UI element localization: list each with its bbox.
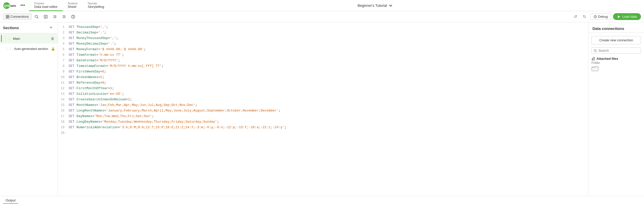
- line-code[interactable]: SET ThousandSep=',';: [69, 24, 588, 30]
- line-code[interactable]: SET DayNames='Mon;Tue;Wed;Thu;Fri;Sat;Su…: [69, 114, 588, 119]
- connections-label: Connections: [10, 15, 29, 18]
- sidebar-item-label-main: Main: [13, 37, 48, 41]
- line-number: 11: [58, 80, 69, 86]
- create-connection-button[interactable]: Create new connection: [591, 36, 641, 44]
- line-number: 4: [58, 41, 69, 47]
- search-toggle-button[interactable]: [32, 13, 41, 21]
- undo-button[interactable]: ↺: [572, 13, 579, 20]
- line-code[interactable]: SET MoneyThousandSep=',';: [69, 35, 588, 41]
- paperclip-icon: [591, 57, 595, 61]
- line-code[interactable]: SET FirstMonthOfYear=1;: [69, 86, 588, 91]
- code-line: 6SET TimeFormat='h:mm:ss TT';: [58, 52, 588, 58]
- line-code[interactable]: SET NumericalAbbreviation='3:k;6:M;9:G;1…: [69, 125, 588, 130]
- outline-button[interactable]: [42, 13, 50, 21]
- line-code[interactable]: SET MonthNames='Jan;Feb;Mar;Apr;May;Jun;…: [69, 102, 588, 108]
- line-number: 12: [58, 86, 69, 91]
- nav-more-button[interactable]: •••: [18, 2, 27, 9]
- line-number: 2: [58, 30, 69, 35]
- code-line: 7SET DateFormat='M/D/YYYY';: [58, 58, 588, 63]
- line-code[interactable]: SET FirstWeekDay=6;: [69, 69, 588, 74]
- line-code[interactable]: SET DecimalSep='.';: [69, 30, 588, 35]
- tab-prepare-sub: Data load editor: [34, 5, 58, 9]
- line-code[interactable]: SET LongMonthNames='January;February;Mar…: [69, 108, 588, 114]
- tab-narrate[interactable]: Narrate Storytelling: [83, 0, 109, 11]
- search-box-icon: [594, 49, 597, 52]
- outdent-icon: [62, 15, 66, 19]
- code-line: 16SET LongMonthNames='January;February;M…: [58, 108, 588, 114]
- tab-narrate-top: Narrate: [88, 2, 97, 5]
- line-code[interactable]: SET TimeFormat='h:mm:ss TT';: [69, 52, 588, 58]
- svg-point-24: [594, 49, 596, 51]
- line-number: 3: [58, 35, 69, 41]
- debug-label: Debug: [598, 15, 608, 18]
- svg-text:?: ?: [73, 15, 74, 18]
- code-line: 20: [58, 130, 588, 136]
- load-data-button[interactable]: Load data: [613, 13, 641, 20]
- qlik-logo: Qlik sense: [3, 2, 16, 9]
- svg-rect-3: [6, 15, 7, 16]
- line-code[interactable]: SET MoneyDecimalSep='.';: [69, 41, 588, 47]
- line-number: 15: [58, 102, 69, 108]
- sidebar-item-main[interactable]: ⋮⋮ Main 🗑: [0, 33, 58, 44]
- tab-prepare[interactable]: Prepare Data load editor: [29, 0, 63, 11]
- app-title-text: Beginner's Tutorial: [358, 4, 387, 8]
- line-code[interactable]: SET ReferenceDay=0;: [69, 80, 588, 86]
- svg-text:sense: sense: [10, 4, 16, 8]
- code-editor[interactable]: 1SET ThousandSep=',';2SET DecimalSep='.'…: [58, 22, 588, 196]
- redo-button[interactable]: ↻: [581, 13, 588, 20]
- drag-handle-icon-auto: ⋮⋮: [5, 47, 12, 51]
- add-section-button[interactable]: +: [47, 24, 55, 31]
- code-line: 17SET DayNames='Mon;Tue;Wed;Thu;Fri;Sat;…: [58, 114, 588, 119]
- right-panel: Data connections Create new connection A…: [588, 22, 644, 196]
- search-icon: [35, 15, 39, 19]
- sidebar-header: Sections +: [0, 22, 58, 33]
- code-line: 13SET CollationLocale='en-US';: [58, 91, 588, 97]
- connections-button[interactable]: Connections: [3, 13, 31, 20]
- line-code[interactable]: SET CreateSearchIndexOnReload=1;: [69, 97, 588, 102]
- line-number: 18: [58, 119, 69, 125]
- debug-button[interactable]: Debug: [590, 13, 611, 20]
- code-line: 5SET MoneyFormat='$ ###0.00;-$ ###0.00';: [58, 47, 588, 52]
- line-number: 1: [58, 24, 69, 30]
- search-input[interactable]: [599, 49, 639, 52]
- svg-rect-5: [6, 17, 7, 18]
- line-code[interactable]: SET MoneyFormat='$ ###0.00;-$ ###0.00';: [69, 47, 588, 52]
- line-code[interactable]: SET CollationLocale='en-US';: [69, 91, 588, 97]
- svg-rect-9: [44, 15, 47, 18]
- app-title-button[interactable]: Beginner's Tutorial: [109, 4, 641, 8]
- toolbar: Connections ?: [0, 11, 644, 22]
- line-code[interactable]: SET TimestampFormat='M/D/YYYY h:mm:ss[.f…: [69, 63, 588, 69]
- line-number: 9: [58, 69, 69, 74]
- tab-analyze[interactable]: Analyze Sheet: [63, 0, 83, 11]
- svg-line-25: [596, 51, 597, 52]
- line-number: 13: [58, 91, 69, 97]
- outdent-button[interactable]: [60, 13, 68, 21]
- line-number: 6: [58, 52, 69, 58]
- attached-files-label: Attached files: [591, 57, 641, 61]
- line-code[interactable]: SET BrokenWeeks=1;: [69, 74, 588, 80]
- outline-icon: [44, 15, 48, 19]
- help-icon: ?: [71, 15, 75, 19]
- sidebar-item-label-auto: Auto-generated section: [14, 47, 49, 51]
- help-button[interactable]: ?: [69, 13, 77, 21]
- line-code[interactable]: [69, 130, 588, 136]
- line-number: 7: [58, 58, 69, 63]
- load-data-label: Load data: [622, 15, 637, 18]
- delete-section-button[interactable]: 🗑: [49, 35, 56, 42]
- tab-analyze-sub: Sheet: [68, 5, 76, 9]
- output-tab[interactable]: Output: [3, 197, 18, 204]
- line-code[interactable]: SET LongDayNames='Monday;Tuesday;Wednesd…: [69, 119, 588, 125]
- attached-files-section: Attached files Folder: [591, 57, 641, 72]
- svg-rect-6: [8, 17, 9, 18]
- code-line: 15SET MonthNames='Jan;Feb;Mar;Apr;May;Ju…: [58, 102, 588, 108]
- code-line: 10SET BrokenWeeks=1;: [58, 74, 588, 80]
- search-box[interactable]: [591, 47, 641, 54]
- line-code[interactable]: SET DateFormat='M/D/YYYY';: [69, 58, 588, 63]
- indent-button[interactable]: [51, 13, 59, 21]
- sidebar-item-auto[interactable]: ⋮⋮ Auto-generated section 🔒: [0, 44, 58, 54]
- line-number: 20: [58, 130, 69, 136]
- line-number: 14: [58, 97, 69, 102]
- svg-marker-23: [618, 15, 620, 18]
- top-nav: Qlik sense ••• Prepare Data load editor …: [0, 0, 644, 11]
- svg-point-7: [35, 15, 38, 18]
